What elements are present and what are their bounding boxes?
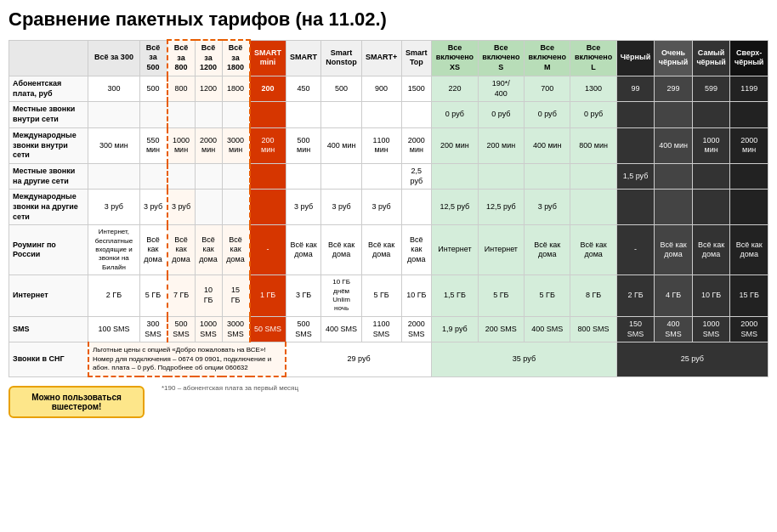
- cell: Всё как дома: [525, 225, 570, 275]
- comparison-table-wrapper: Всё за 300 Всё за 500 Всё за 800 Всё за …: [9, 39, 768, 377]
- header-vse-m: Все включено M: [525, 40, 570, 76]
- cell: 0 руб: [525, 102, 570, 127]
- cell: 15 ГБ: [730, 275, 768, 317]
- label-local-other: Местные звонки на другие сети: [9, 163, 88, 189]
- label-sms: SMS: [9, 316, 88, 342]
- label-local-inner: Местные звонки внутри сети: [9, 102, 88, 127]
- label-roaming: Роуминг по России: [9, 225, 88, 275]
- cell: 1,9 руб: [432, 316, 479, 342]
- cell: 400 SMS: [525, 316, 570, 342]
- header-very-black: Очень чёрный: [655, 40, 692, 76]
- table-row: Роуминг по России Интернет, бесплатные в…: [9, 225, 768, 275]
- cell: 1000 мин: [692, 127, 730, 163]
- cell: Всё как дома: [139, 225, 167, 275]
- cell: [570, 190, 616, 225]
- cell: Всё как дома: [401, 225, 432, 275]
- cell: 1300: [570, 76, 616, 102]
- cell: [525, 163, 570, 189]
- cell: 1000 мин: [167, 127, 196, 163]
- cell: 7 ГБ: [167, 275, 196, 317]
- cell: 3 руб: [286, 190, 321, 225]
- cell: 99: [616, 76, 655, 102]
- cell: [692, 102, 730, 127]
- cell: 400 мин: [321, 127, 361, 163]
- cell: [139, 163, 167, 189]
- header-smart-mini: SMART mini: [250, 40, 286, 76]
- label-internet: Интернет: [9, 275, 88, 317]
- cell: -: [250, 225, 286, 275]
- cell: 1000 SMS: [692, 316, 730, 342]
- cell: 500: [321, 76, 361, 102]
- cell: [222, 190, 250, 225]
- header-group-row: Всё за 300 Всё за 500 Всё за 800 Всё за …: [9, 40, 768, 76]
- cell: 35 руб: [432, 342, 617, 377]
- cell: 3 руб: [525, 190, 570, 225]
- cell: 2000 мин: [730, 127, 768, 163]
- cell: [616, 190, 655, 225]
- cell: 25 руб: [616, 342, 768, 377]
- cell: 1200: [195, 76, 222, 102]
- cell: 190*/400: [478, 76, 524, 102]
- header-vsyo-800: Всё за 800: [167, 40, 196, 76]
- cell: 2000 мин: [401, 127, 432, 163]
- cell: [250, 163, 286, 189]
- cell: [401, 190, 432, 225]
- cell: [655, 102, 692, 127]
- cell: 200 мин: [432, 127, 479, 163]
- cell: [195, 163, 222, 189]
- cell: 12,5 руб: [478, 190, 524, 225]
- cell: 1500: [401, 76, 432, 102]
- cell: 300 мин: [88, 127, 139, 163]
- cell: 2,5 руб: [401, 163, 432, 189]
- cell: Всё как дома: [655, 225, 692, 275]
- cell: [692, 163, 730, 189]
- cell: 5 ГБ: [139, 275, 167, 317]
- cell: 3 руб: [167, 190, 196, 225]
- cell: 0 руб: [432, 102, 479, 127]
- cell: 300: [88, 76, 139, 102]
- header-vsyo-1800: Всё за 1800: [222, 40, 250, 76]
- cell: 1800: [222, 76, 250, 102]
- header-vsyo-300: Всё за 300: [88, 40, 139, 76]
- cell: Всё как дома: [195, 225, 222, 275]
- cell: [321, 102, 361, 127]
- table-row: Международные звонки внутри сети 300 мин…: [9, 127, 768, 163]
- cell: 3000 SMS: [222, 316, 250, 342]
- header-smart-plus: SMART+: [361, 40, 401, 76]
- cell: [692, 190, 730, 225]
- cell: 500: [139, 76, 167, 102]
- cell: [88, 163, 139, 189]
- header-smart-top: Smart Top: [401, 40, 432, 76]
- cell: 100 SMS: [88, 316, 139, 342]
- cell: [195, 190, 222, 225]
- cell: [655, 190, 692, 225]
- cell: [478, 163, 524, 189]
- cell: 400 SMS: [655, 316, 692, 342]
- cell: [167, 102, 196, 127]
- cell: 10 ГБ: [692, 275, 730, 317]
- cell: 0 руб: [478, 102, 524, 127]
- cell: Всё как дома: [692, 225, 730, 275]
- promo-button[interactable]: Можно пользоваться вшестером!: [9, 386, 145, 418]
- cell: 400 мин: [655, 127, 692, 163]
- cell: 800: [167, 76, 196, 102]
- cell: 1100 мин: [361, 127, 401, 163]
- header-vse-xs: Все включено XS: [432, 40, 479, 76]
- cell: 8 ГБ: [570, 275, 616, 317]
- label-long-other: Международные звонки на другие сети: [9, 190, 88, 225]
- cell: 10 ГБ: [401, 275, 432, 317]
- page-title: Сравнение пакетных тарифов (на 11.02.): [9, 8, 768, 31]
- cell: Интернет: [432, 225, 479, 275]
- cell: 220: [432, 76, 479, 102]
- cell: [361, 102, 401, 127]
- footnote: *190 – абонентская плата за первый месяц: [162, 384, 298, 392]
- cell: 3 руб: [321, 190, 361, 225]
- cell: 0 руб: [570, 102, 616, 127]
- cell: 550 мин: [139, 127, 167, 163]
- header-samiy: Самый чёрный: [692, 40, 730, 76]
- bottom-section: Можно пользоваться вшестером! *190 – або…: [9, 381, 768, 418]
- cell: 599: [692, 76, 730, 102]
- cell: 1000 SMS: [195, 316, 222, 342]
- header-vse-l: Все включено L: [570, 40, 616, 76]
- header-vse-s: Все включено S: [478, 40, 524, 76]
